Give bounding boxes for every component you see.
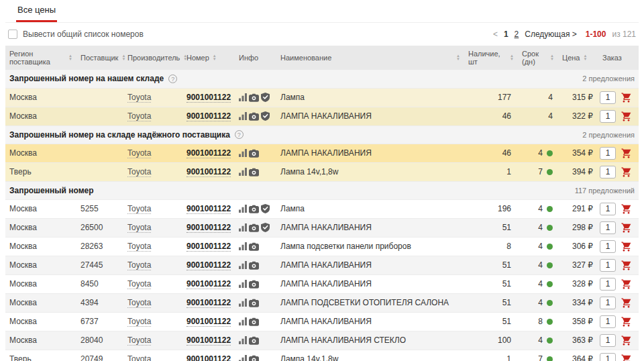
column-header[interactable]: Срок (дн)▲▼ xyxy=(518,46,558,70)
checkbox-box-icon[interactable] xyxy=(8,30,17,39)
camera-icon[interactable] xyxy=(249,299,259,307)
camera-icon[interactable] xyxy=(249,317,259,326)
add-to-cart-icon[interactable] xyxy=(621,297,632,309)
signal-icon[interactable] xyxy=(239,242,247,250)
signal-icon[interactable] xyxy=(239,112,247,120)
help-icon[interactable]: ? xyxy=(168,74,177,83)
add-to-cart-icon[interactable] xyxy=(621,241,632,252)
verified-icon[interactable] xyxy=(261,204,270,213)
manufacturer-link[interactable]: Toyota xyxy=(127,298,151,308)
column-header[interactable]: Производитель▲▼ xyxy=(123,46,182,70)
verified-icon[interactable] xyxy=(261,223,270,232)
quantity-input[interactable] xyxy=(600,353,616,361)
signal-icon[interactable] xyxy=(239,355,247,361)
add-to-cart-icon[interactable] xyxy=(621,92,632,103)
sort-arrows-icon[interactable]: ▲▼ xyxy=(510,54,514,61)
manufacturer-link[interactable]: Toyota xyxy=(127,93,151,103)
manufacturer-link[interactable]: Toyota xyxy=(127,111,151,121)
column-header[interactable]: Поставщик▲▼ xyxy=(76,46,123,70)
camera-icon[interactable] xyxy=(249,205,259,213)
manufacturer-link[interactable]: Toyota xyxy=(127,279,151,289)
quantity-input[interactable] xyxy=(600,334,616,347)
part-number-link[interactable]: 9001001122 xyxy=(186,148,231,158)
column-header[interactable]: Цена▲▼ xyxy=(558,46,598,70)
column-header[interactable]: Номер▲▼ xyxy=(182,46,235,70)
quantity-input[interactable] xyxy=(600,259,616,272)
sort-arrows-icon[interactable]: ▲▼ xyxy=(121,54,125,61)
signal-icon[interactable] xyxy=(239,261,247,269)
sort-arrows-icon[interactable]: ▲▼ xyxy=(583,54,587,61)
manufacturer-link[interactable]: Toyota xyxy=(127,317,151,327)
part-number-link[interactable]: 9001001122 xyxy=(186,279,231,289)
part-number-link[interactable]: 9001001122 xyxy=(186,242,231,252)
tab-all-prices[interactable]: Все цены xyxy=(16,0,57,22)
pagination-page-1[interactable]: 1 xyxy=(504,30,508,39)
quantity-input[interactable] xyxy=(600,240,616,253)
add-to-cart-icon[interactable] xyxy=(621,111,632,122)
camera-icon[interactable] xyxy=(249,355,259,361)
add-to-cart-icon[interactable] xyxy=(621,260,632,271)
manufacturer-link[interactable]: Toyota xyxy=(127,148,151,158)
quantity-input[interactable] xyxy=(600,147,616,160)
camera-icon[interactable] xyxy=(249,168,259,176)
sort-arrows-icon[interactable]: ▲▼ xyxy=(68,54,72,61)
help-icon[interactable]: ? xyxy=(235,130,244,139)
part-number-link[interactable]: 9001001122 xyxy=(186,167,231,177)
camera-icon[interactable] xyxy=(249,280,259,289)
quantity-input[interactable] xyxy=(600,297,616,309)
quantity-input[interactable] xyxy=(600,110,616,123)
manufacturer-link[interactable]: Toyota xyxy=(127,223,151,233)
add-to-cart-icon[interactable] xyxy=(621,316,632,327)
manufacturer-link[interactable]: Toyota xyxy=(127,336,151,346)
signal-icon[interactable] xyxy=(239,223,247,231)
add-to-cart-icon[interactable] xyxy=(621,278,632,290)
column-header[interactable]: Регион поставщика▲▼ xyxy=(5,46,76,70)
pagination-next[interactable]: Следующая > xyxy=(525,30,576,39)
manufacturer-link[interactable]: Toyota xyxy=(127,242,151,252)
camera-icon[interactable] xyxy=(249,242,259,251)
pagination-page-2[interactable]: 2 xyxy=(515,30,519,39)
column-header[interactable]: Наименование▲▼ xyxy=(276,46,464,70)
signal-icon[interactable] xyxy=(239,336,247,344)
sort-arrows-icon[interactable]: ▲▼ xyxy=(456,54,460,61)
part-number-link[interactable]: 9001001122 xyxy=(186,204,231,214)
signal-icon[interactable] xyxy=(239,299,247,307)
part-number-link[interactable]: 9001001122 xyxy=(186,93,231,103)
column-header[interactable]: Наличие, шт▲▼ xyxy=(464,46,518,70)
sort-arrows-icon[interactable]: ▲▼ xyxy=(550,54,554,61)
add-to-cart-icon[interactable] xyxy=(621,203,632,215)
part-number-link[interactable]: 9001001122 xyxy=(186,223,231,233)
signal-icon[interactable] xyxy=(239,93,247,101)
part-number-link[interactable]: 9001001122 xyxy=(186,111,231,121)
camera-icon[interactable] xyxy=(249,261,259,270)
manufacturer-link[interactable]: Toyota xyxy=(127,354,151,361)
camera-icon[interactable] xyxy=(249,149,259,158)
quantity-input[interactable] xyxy=(600,278,616,291)
sort-arrows-icon[interactable]: ▲▼ xyxy=(213,54,217,61)
manufacturer-link[interactable]: Toyota xyxy=(127,167,151,177)
add-to-cart-icon[interactable] xyxy=(621,166,632,178)
quantity-input[interactable] xyxy=(600,166,616,178)
add-to-cart-icon[interactable] xyxy=(621,335,632,346)
manufacturer-link[interactable]: Toyota xyxy=(127,260,151,270)
manufacturer-link[interactable]: Toyota xyxy=(127,204,151,214)
quantity-input[interactable] xyxy=(600,221,616,234)
part-number-link[interactable]: 9001001122 xyxy=(186,317,231,327)
signal-icon[interactable] xyxy=(239,168,247,176)
signal-icon[interactable] xyxy=(239,149,247,157)
signal-icon[interactable] xyxy=(239,280,247,288)
quantity-input[interactable] xyxy=(600,315,616,328)
verified-icon[interactable] xyxy=(261,111,270,121)
camera-icon[interactable] xyxy=(249,112,259,121)
quantity-input[interactable] xyxy=(600,203,616,215)
camera-icon[interactable] xyxy=(249,223,259,232)
signal-icon[interactable] xyxy=(239,317,247,325)
camera-icon[interactable] xyxy=(249,93,259,102)
part-number-link[interactable]: 9001001122 xyxy=(186,354,231,361)
add-to-cart-icon[interactable] xyxy=(621,148,632,159)
part-number-link[interactable]: 9001001122 xyxy=(186,298,231,308)
add-to-cart-icon[interactable] xyxy=(621,222,632,234)
pagination-prev[interactable]: < xyxy=(493,30,498,39)
verified-icon[interactable] xyxy=(261,93,270,102)
add-to-cart-icon[interactable] xyxy=(621,354,632,361)
